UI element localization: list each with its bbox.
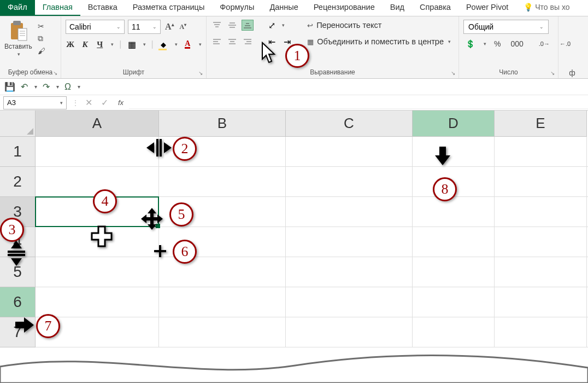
row-resize-cursor-icon [5, 240, 27, 266]
enter-button[interactable]: ✓ [101, 97, 108, 108]
clipboard-icon [8, 20, 28, 42]
redo-dropdown[interactable]: ▾ [56, 84, 59, 90]
svg-rect-2 [18, 28, 27, 40]
paste-label: Вставить [4, 43, 32, 50]
increase-decimal-button[interactable]: .0→ [537, 40, 552, 47]
redo-button[interactable]: ↷ [43, 82, 50, 92]
percent-button[interactable]: % [492, 39, 503, 48]
accounting-format-button[interactable]: 💲 [463, 39, 477, 48]
group-clipboard: Вставить ▾ ✂ ⧉ 🖌 Буфер обмена↘ [0, 16, 61, 78]
align-bottom-button[interactable] [242, 20, 254, 31]
col-header-C[interactable]: C [286, 111, 413, 137]
increase-font-button[interactable]: A▴ [164, 22, 175, 32]
name-box[interactable]: A3▾ [3, 96, 67, 109]
svg-rect-1 [13, 21, 21, 25]
paste-dropdown-icon[interactable]: ▾ [17, 51, 20, 57]
col-header-A[interactable]: A [36, 111, 159, 137]
insert-function-button[interactable]: fx [118, 98, 124, 107]
font-color-button[interactable]: A [185, 40, 190, 49]
group-number: Общий⌄ 💲▾ % 000 .0→ ←.0 Число↘ [459, 16, 558, 78]
merge-icon: ▦ [307, 38, 314, 46]
align-right-button[interactable] [242, 36, 254, 47]
symbol-dropdown[interactable]: ▾ [78, 84, 80, 90]
number-format-select[interactable]: Общий⌄ [463, 20, 549, 34]
col-header-E[interactable]: E [495, 111, 587, 137]
column-headers: A B C D E [0, 111, 588, 137]
bold-button[interactable]: Ж [66, 40, 75, 49]
col-select-cursor-icon [435, 147, 450, 165]
dialog-launcher-icon[interactable]: ↘ [550, 70, 555, 76]
group-font-title: Шрифт↘ [66, 67, 202, 77]
align-center-button[interactable] [226, 36, 238, 47]
symbol-button[interactable]: Ω [64, 82, 71, 92]
align-middle-button[interactable] [226, 20, 238, 31]
name-box-dropdown[interactable]: ▾ [60, 100, 63, 106]
orientation-button[interactable]: ⤢ [266, 20, 278, 31]
annotation-5: 5 [169, 202, 193, 227]
tell-me[interactable]: 💡Что вы хо [516, 0, 577, 16]
tab-view[interactable]: Вид [383, 0, 412, 16]
tab-review[interactable]: Рецензирование [306, 0, 383, 16]
cells-area[interactable] [36, 137, 588, 347]
align-top-button[interactable] [211, 20, 223, 31]
fill-dropdown[interactable]: ▾ [175, 42, 178, 47]
tab-page-layout[interactable]: Разметка страницы [125, 0, 213, 16]
fill-color-button[interactable]: ◆ [159, 39, 168, 49]
italic-button[interactable]: К [80, 40, 90, 49]
group-alignment: ⤢▾ ⇤ ⇥ ↩Переносить текст ▦Объединить и п… [207, 16, 459, 78]
paste-button[interactable]: Вставить ▾ [4, 20, 32, 57]
arrow-cursor-icon [260, 42, 278, 68]
save-button[interactable]: 💾 [4, 82, 15, 92]
align-left-button[interactable] [211, 36, 223, 47]
dialog-launcher-icon[interactable]: ↘ [451, 70, 455, 76]
tab-file[interactable]: Файл [0, 0, 35, 16]
merge-dropdown[interactable]: ▾ [448, 39, 451, 44]
cancel-button[interactable]: ✕ [85, 97, 92, 108]
font-name-select[interactable]: Calibri⌄ [66, 20, 125, 34]
divider: ⋮ [72, 99, 79, 107]
underline-button[interactable]: Ч [95, 40, 104, 49]
col-resize-cursor-icon [145, 137, 172, 159]
orientation-dropdown[interactable]: ▾ [282, 22, 285, 28]
borders-button[interactable]: ▦ [127, 39, 136, 49]
move-cursor-icon [141, 208, 163, 230]
undo-dropdown[interactable]: ▾ [34, 84, 37, 90]
wrap-text-button[interactable]: ↩Переносить текст [304, 20, 454, 31]
borders-dropdown[interactable]: ▾ [143, 42, 146, 47]
decrease-font-button[interactable]: A▾ [179, 22, 188, 31]
dialog-launcher-icon[interactable]: ↘ [198, 70, 203, 76]
tab-formulas[interactable]: Формулы [212, 0, 262, 16]
tab-data[interactable]: Данные [262, 0, 305, 16]
annotation-1: 1 [285, 44, 309, 68]
annotation-3: 3 [0, 218, 24, 242]
annotation-2: 2 [173, 137, 197, 161]
underline-dropdown[interactable]: ▾ [111, 42, 114, 47]
undo-button[interactable]: ↶ [21, 82, 28, 92]
select-all-corner[interactable] [0, 111, 36, 137]
format-painter-button[interactable]: 🖌 [38, 47, 45, 55]
extra-label: ф [563, 68, 581, 77]
row-header-6[interactable]: 6 [0, 287, 36, 317]
col-header-B[interactable]: B [159, 111, 286, 137]
font-size-select[interactable]: 11⌄ [128, 20, 161, 34]
chevron-down-icon: ⌄ [152, 24, 157, 30]
tab-insert[interactable]: Вставка [80, 0, 125, 16]
tab-home[interactable]: Главная [35, 0, 80, 16]
merge-center-button[interactable]: ▦Объединить и поместить в центре▾ [304, 36, 454, 47]
copy-button[interactable]: ⧉ [38, 34, 45, 43]
formula-input[interactable] [129, 97, 588, 109]
group-align-title: Выравнивание↘ [211, 67, 454, 77]
font-color-dropdown[interactable]: ▾ [199, 42, 202, 47]
row-header-1[interactable]: 1 [0, 137, 36, 167]
col-header-D[interactable]: D [413, 111, 495, 137]
tab-help[interactable]: Справка [412, 0, 458, 16]
row-header-2[interactable]: 2 [0, 167, 36, 197]
group-clipboard-title: Буфер обмена↘ [4, 67, 56, 77]
dialog-launcher-icon[interactable]: ↘ [53, 70, 57, 76]
comma-style-button[interactable]: 000 [508, 39, 525, 48]
cut-button[interactable]: ✂ [38, 22, 45, 31]
row-select-cursor-icon [15, 317, 34, 333]
tab-power-pivot[interactable]: Power Pivot [458, 0, 516, 16]
accounting-dropdown[interactable]: ▾ [484, 41, 486, 47]
svg-rect-29 [154, 250, 166, 252]
